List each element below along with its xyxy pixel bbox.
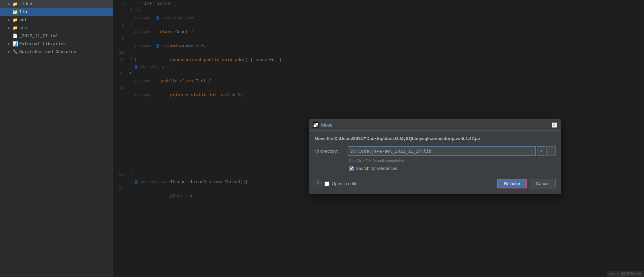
- main-container: ▶ 📁 .idea 📁 lib ▶ 📁 out ▶ 📁 src 📄 _2022_…: [0, 0, 644, 277]
- modal-title-left: J Move: [313, 122, 332, 128]
- modal-title: Move: [321, 122, 332, 128]
- svg-rect-3: [316, 125, 318, 127]
- refactor-button[interactable]: Refactor: [497, 179, 527, 188]
- sidebar-item-label: Scratches and Consoles: [19, 49, 76, 54]
- arrow-icon: ▶: [7, 41, 12, 46]
- open-in-editor-checkbox[interactable]: [324, 181, 329, 186]
- sidebar-item-label: lib: [19, 10, 27, 15]
- iml-icon: 📄: [12, 33, 18, 39]
- intellij-icon: J: [313, 122, 319, 128]
- dropdown-chevron-icon: ▾: [540, 149, 542, 153]
- editor-area: 6 * Time: 18:08 7 ▢ */ 2 usages 👤 zhao-d…: [113, 0, 644, 277]
- modal-body: Move file C:\Users\86187\Desktop\tools\3…: [309, 131, 561, 194]
- arrow-icon: ▶: [7, 1, 12, 7]
- modal-close-button[interactable]: ×: [552, 122, 557, 128]
- directory-browse-button[interactable]: …: [546, 146, 556, 156]
- sidebar-item-idea[interactable]: ▶ 📁 .idea: [0, 0, 113, 8]
- modal-footer: ? Open in editor Refactor Cancel: [315, 176, 556, 188]
- hint-text: Use Ctrl+空格 for path completion: [315, 158, 556, 163]
- sidebar-item-label: .idea: [19, 2, 32, 7]
- arrow-icon: [7, 33, 12, 38]
- folder-icon: 📁: [12, 25, 18, 31]
- search-references-row: Search for references: [315, 166, 556, 171]
- sidebar-item-out[interactable]: ▶ 📁 out: [0, 16, 113, 24]
- sidebar-item-label: _2022_11_27.iml: [19, 34, 58, 38]
- cancel-button[interactable]: Cancel: [530, 179, 556, 188]
- modal-overlay: J Move × Move file C:\Users\86187\Deskto…: [113, 0, 644, 277]
- search-references-label[interactable]: Search for references: [356, 166, 397, 171]
- folder-icon: 📁: [12, 1, 18, 7]
- footer-right: Refactor Cancel: [497, 179, 556, 188]
- sidebar-item-iml[interactable]: 📄 _2022_11_27.iml: [0, 32, 113, 40]
- directory-label: To directory:: [315, 149, 348, 154]
- arrow-icon: ▶: [7, 25, 12, 31]
- arrow-icon: ▶: [7, 17, 12, 23]
- extlib-icon: 📊: [12, 41, 18, 47]
- browse-icon: …: [549, 149, 553, 153]
- directory-input-wrapper: ▾ …: [348, 146, 556, 156]
- modal-titlebar: J Move ×: [309, 120, 561, 131]
- sidebar-item-label: src: [19, 26, 27, 31]
- directory-input[interactable]: [348, 146, 536, 156]
- sidebar-item-label: out: [19, 18, 27, 23]
- directory-dropdown-button[interactable]: ▾: [537, 146, 545, 156]
- arrow-icon: [7, 9, 12, 15]
- folder-icon: 📁: [12, 17, 18, 23]
- scratch-icon: 🔧: [12, 49, 18, 55]
- arrow-icon: ▶: [7, 49, 12, 54]
- sidebar-item-label: External Libraries: [19, 41, 66, 46]
- modal-filepath: Move file C:\Users\86187\Desktop\tools\3…: [315, 136, 556, 141]
- sidebar-item-lib[interactable]: 📁 lib: [0, 8, 113, 16]
- sidebar-item-scratch[interactable]: ▶ 🔧 Scratches and Consoles: [0, 48, 113, 56]
- svg-text:J: J: [314, 124, 316, 127]
- footer-left: ? Open in editor: [315, 180, 359, 187]
- search-references-checkbox[interactable]: [349, 166, 354, 171]
- open-in-editor-label[interactable]: Open in editor: [332, 181, 359, 186]
- move-dialog: J Move × Move file C:\Users\86187\Deskto…: [309, 119, 561, 194]
- sidebar: ▶ 📁 .idea 📁 lib ▶ 📁 out ▶ 📁 src 📄 _2022_…: [0, 0, 113, 277]
- sidebar-item-src[interactable]: ▶ 📁 src: [0, 24, 113, 32]
- help-button[interactable]: ?: [315, 180, 322, 187]
- sidebar-item-extlib[interactable]: ▶ 📊 External Libraries: [0, 40, 113, 48]
- directory-row: To directory: ▾ …: [315, 146, 556, 156]
- folder-icon: 📁: [12, 9, 18, 15]
